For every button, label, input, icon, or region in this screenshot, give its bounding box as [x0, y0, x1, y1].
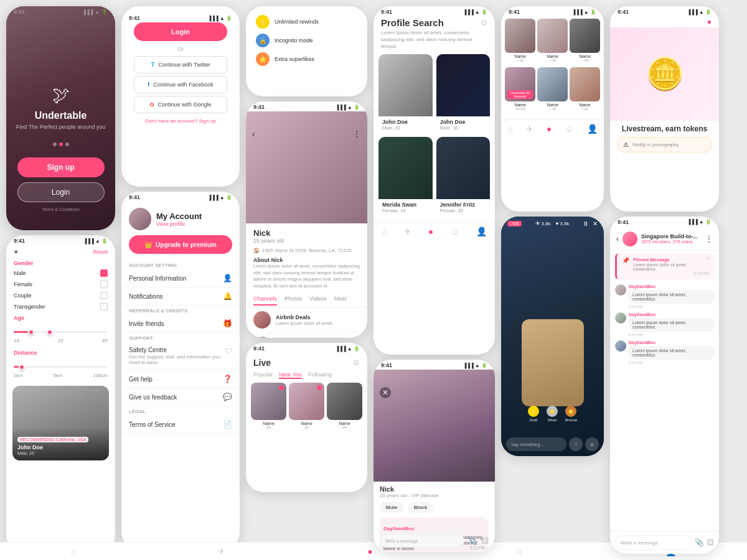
- upgrade-button[interactable]: 👑 Upgrade to premium: [129, 235, 232, 254]
- gc-image-icon[interactable]: 🖼: [707, 538, 714, 547]
- vip-image-icon[interactable]: 🖼: [481, 536, 489, 545]
- google-login-button[interactable]: G Continue with Google: [134, 96, 227, 113]
- profile-card-2[interactable]: John Doe Male, 16: [436, 54, 491, 133]
- grid-thumb-5[interactable]: [537, 67, 568, 101]
- profile-card-2-sub: Male, 16: [440, 125, 487, 131]
- vip-block-button[interactable]: Block: [408, 502, 434, 513]
- tab-channels[interactable]: Channels: [253, 296, 277, 306]
- ls-pause-icon[interactable]: ⏸: [583, 220, 589, 227]
- live-tab-nearyou[interactable]: Near You: [279, 371, 302, 379]
- gc-more-button[interactable]: ⋮: [705, 235, 713, 243]
- ls-chat-input[interactable]: Say something...: [506, 437, 566, 451]
- grid-thumb-1[interactable]: [505, 19, 535, 53]
- login-main-button[interactable]: Login: [134, 22, 227, 41]
- profile-card-4[interactable]: Jennifer Fritz Female, 25: [436, 137, 491, 216]
- gc-attach-icon[interactable]: 📎: [695, 538, 704, 547]
- menu-terms[interactable]: Terms of Service 📄: [121, 416, 240, 434]
- gc-message-input[interactable]: Write a message: [615, 535, 692, 550]
- vip-close-button[interactable]: ✕: [380, 387, 391, 398]
- ls-send-button[interactable]: ↑: [569, 437, 583, 451]
- signup-button[interactable]: Sign up: [17, 157, 105, 177]
- upgrade-label: Upgrade to premium: [156, 241, 217, 248]
- chat-back-button[interactable]: ‹: [252, 129, 255, 139]
- ps-nav-profile[interactable]: 👤: [476, 226, 487, 236]
- ps-nav-home[interactable]: ⌂: [382, 226, 387, 236]
- ls-person: [501, 319, 604, 406]
- ls-gift-bronze[interactable]: ⭐ Bronze: [565, 406, 577, 422]
- menu-safety[interactable]: Safety Centre Get the support, tool, and…: [121, 342, 240, 370]
- ls-close-icon[interactable]: ✕: [593, 220, 598, 227]
- vip-attach-icon[interactable]: 📎: [468, 536, 477, 545]
- ps-nav-match[interactable]: ●: [428, 226, 433, 236]
- grid-thumb-4[interactable]: Livestream for Rewards: [505, 67, 535, 101]
- ps-settings-icon[interactable]: ⚙: [481, 19, 487, 27]
- gc-msg-3-bubble: Lorem ipsum dolor sit amet, consectetur.: [629, 346, 714, 360]
- login-button[interactable]: Login: [17, 182, 105, 202]
- profile-search-phone: 9:41 ▐▐▐ ▲ 🔋 Profile Search ⚙ Lorem ipsu…: [374, 6, 495, 355]
- menu-personal-info[interactable]: Personal Information 👤: [121, 269, 240, 287]
- profile-card-4-name: Jennifer Fritz: [440, 202, 487, 208]
- menu-invite[interactable]: Invite friends 🎁: [121, 315, 240, 333]
- filter-couple-checkbox[interactable]: [100, 292, 108, 299]
- vip-mute-button[interactable]: Mute: [380, 502, 404, 513]
- ls-gift-silver[interactable]: ⭐ Silver: [547, 406, 558, 422]
- gc-pinned-close-button[interactable]: ✕: [706, 256, 710, 261]
- filter-close-icon[interactable]: ✕: [14, 249, 19, 255]
- facebook-login-button[interactable]: f Continue with Facebook: [134, 76, 227, 93]
- ls-emoji-button[interactable]: ☺: [585, 437, 599, 451]
- nav-home-icon[interactable]: ⌂: [71, 546, 76, 553]
- profile-card-3[interactable]: Merida Swan Female, 23: [378, 137, 433, 216]
- filter-female-checkbox[interactable]: [100, 281, 108, 288]
- ps-nav-explore[interactable]: ✈: [404, 226, 411, 236]
- ls-gift-gold[interactable]: ⭐ Gold: [528, 406, 539, 422]
- account-name: My Account: [156, 212, 202, 221]
- grid-thumb-6[interactable]: [570, 67, 600, 101]
- filter-male-checkbox[interactable]: [100, 269, 108, 277]
- live-settings-icon[interactable]: ⚙: [353, 358, 360, 367]
- signup-prompt: Don't have an account? Sign up: [121, 118, 240, 124]
- twitter-login-button[interactable]: 𝕋 Continue with Twitter: [134, 56, 227, 73]
- live-thumb-3[interactable]: [327, 383, 362, 420]
- menu-help[interactable]: Get help ❓: [121, 370, 240, 388]
- distance-slider-labels: 0km 5km 100km: [14, 373, 108, 378]
- account-view-profile[interactable]: View profile: [156, 221, 202, 227]
- grid-nav-face[interactable]: ☺: [565, 124, 573, 134]
- channel-avatar-2: [253, 337, 271, 338]
- grid-nav-match[interactable]: ●: [547, 124, 552, 134]
- channel-airbnb[interactable]: Airbnb Deals Lorem ipsum dolor sit amet,: [246, 307, 367, 333]
- tab-meet[interactable]: Meet: [334, 296, 346, 306]
- chat-person-name: Nick: [253, 228, 360, 238]
- gc-back-button[interactable]: ‹: [616, 235, 619, 243]
- grid-nav-explore[interactable]: ✈: [526, 124, 533, 134]
- menu-feedback[interactable]: Give us feedback 💬: [121, 388, 240, 406]
- live-thumb-3-name: Name: [327, 421, 362, 426]
- distance-slider-thumb[interactable]: [19, 364, 25, 370]
- grid-thumb-2[interactable]: [537, 19, 568, 53]
- grid-sub-4: 20:20: [505, 107, 535, 111]
- tab-videos[interactable]: Videos: [309, 296, 326, 306]
- vip-message-input[interactable]: Write a message: [380, 534, 464, 548]
- grid-thumb-3[interactable]: [570, 19, 600, 53]
- grid-nav-home[interactable]: ⌂: [507, 124, 512, 134]
- menu-notifications[interactable]: Notifications 🔔: [121, 287, 240, 306]
- age-slider-thumb-min[interactable]: [28, 329, 34, 335]
- ls-likes: ♥ 3.8k: [556, 221, 570, 226]
- live-thumb-1[interactable]: [251, 383, 286, 420]
- grid-nav-profile[interactable]: 👤: [587, 124, 598, 134]
- live-tab-popular[interactable]: Popular: [253, 371, 273, 379]
- distance-slider[interactable]: 0km 5km 100km: [6, 357, 115, 382]
- signup-link[interactable]: Sign up: [199, 118, 215, 124]
- grid-name-4: Name: [505, 103, 535, 107]
- profile-card-1[interactable]: John Doe Male, 20: [378, 54, 433, 133]
- filter-transgender-checkbox[interactable]: [100, 303, 108, 310]
- ps-nav-face[interactable]: ☺: [450, 226, 459, 236]
- chat-more-button[interactable]: ⋮: [352, 129, 361, 139]
- filter-reset-button[interactable]: Reset: [93, 249, 108, 255]
- card-preview-overlay: RECOMMENDED California, USA John Doe Mal…: [12, 427, 109, 460]
- live-tab-following[interactable]: Following: [308, 371, 332, 379]
- channel-jennifer[interactable]: Jennifer Fritz You joined this Channel: [246, 333, 367, 338]
- age-slider[interactable]: 18 25 85: [6, 322, 115, 347]
- tab-photos[interactable]: Photos: [284, 296, 302, 306]
- live-thumb-2[interactable]: [289, 383, 324, 420]
- age-slider-thumb-max[interactable]: [47, 329, 53, 335]
